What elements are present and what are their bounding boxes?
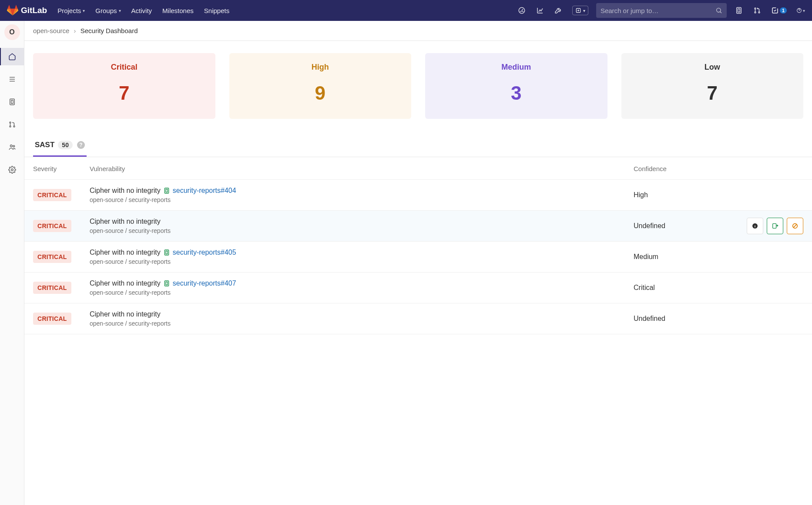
- issue-icon: [163, 280, 170, 287]
- dismiss-button[interactable]: [787, 218, 803, 234]
- card-high-value: 9: [234, 82, 407, 104]
- svg-rect-22: [164, 250, 168, 255]
- project-path: open-source / security-reports: [90, 258, 634, 265]
- table-row[interactable]: CRITICALCipher with no integritysecurity…: [24, 273, 812, 303]
- navbar-right: 1 ▾: [735, 6, 805, 15]
- svg-point-15: [13, 145, 14, 147]
- help-icon[interactable]: ?: [77, 141, 85, 149]
- svg-rect-4: [738, 9, 740, 12]
- nav-snippets[interactable]: Snippets: [204, 7, 229, 14]
- confidence-value: High: [634, 191, 648, 199]
- chevron-down-icon: ▾: [83, 8, 85, 13]
- sidebar-security-dashboard[interactable]: [0, 48, 24, 65]
- dashboard-icon[interactable]: [517, 6, 526, 15]
- sidebar-members[interactable]: [1, 138, 23, 156]
- svg-rect-10: [11, 100, 13, 104]
- breadcrumb-group[interactable]: open-source: [33, 27, 69, 34]
- table-row[interactable]: CRITICALCipher with no integrityopen-sou…: [24, 303, 812, 334]
- vulnerability-title: Cipher with no integrity: [90, 187, 161, 195]
- table-row[interactable]: CRITICALCipher with no integritysecurity…: [24, 180, 812, 211]
- gitlab-logo[interactable]: GitLab: [7, 5, 47, 16]
- chart-icon[interactable]: [536, 6, 544, 15]
- todos-icon[interactable]: 1: [771, 7, 787, 14]
- confidence-value: Undefined: [634, 222, 665, 229]
- tab-sast[interactable]: SAST 50 ?: [33, 135, 87, 157]
- sidebar-settings[interactable]: [1, 161, 23, 178]
- gitlab-icon: [7, 5, 18, 16]
- issue-icon: [163, 187, 170, 194]
- svg-rect-3: [737, 7, 742, 13]
- svg-point-7: [758, 12, 760, 13]
- vulnerability-title: Cipher with no integrity: [90, 218, 161, 226]
- project-path: open-source / security-reports: [90, 227, 634, 234]
- card-medium-label: Medium: [429, 63, 603, 72]
- column-severity: Severity: [33, 165, 90, 172]
- plus-dropdown[interactable]: ▾: [572, 6, 588, 15]
- card-medium[interactable]: Medium 3: [425, 53, 607, 119]
- merge-request-icon[interactable]: [753, 6, 762, 15]
- table-row[interactable]: CRITICALCipher with no integritysecurity…: [24, 242, 812, 273]
- issue-link[interactable]: security-reports#407: [173, 279, 236, 287]
- main-content: open-source › Security Dashboard Critica…: [24, 21, 812, 505]
- group-avatar[interactable]: O: [4, 24, 20, 40]
- vulnerability-title: Cipher with no integrity: [90, 310, 161, 318]
- project-path: open-source / security-reports: [90, 196, 634, 203]
- card-medium-value: 3: [429, 82, 603, 104]
- card-high[interactable]: High 9: [229, 53, 412, 119]
- issue-link[interactable]: security-reports#404: [173, 187, 236, 195]
- top-navbar: GitLab Projects▾ Groups▾ Activity Milest…: [0, 0, 812, 21]
- chevron-down-icon: ▾: [583, 8, 585, 13]
- sidebar-merge-requests[interactable]: [1, 116, 23, 133]
- svg-point-12: [10, 126, 11, 127]
- nav-milestones[interactable]: Milestones: [162, 7, 194, 14]
- nav-projects[interactable]: Projects▾: [57, 7, 85, 14]
- confidence-value: Undefined: [634, 315, 665, 322]
- create-issue-button[interactable]: [767, 218, 783, 234]
- sidebar-epics[interactable]: [1, 71, 23, 88]
- more-info-button[interactable]: [747, 218, 763, 234]
- svg-point-5: [755, 8, 756, 9]
- home-shield-icon: [8, 53, 16, 61]
- report-tabs: SAST 50 ?: [24, 135, 812, 157]
- nav-groups[interactable]: Groups▾: [95, 7, 121, 14]
- severity-badge: CRITICAL: [33, 220, 71, 232]
- issue-icon: [163, 249, 170, 256]
- table-row[interactable]: CRITICALCipher with no integrityopen-sou…: [24, 211, 812, 242]
- breadcrumb-page: Security Dashboard: [81, 27, 138, 34]
- card-low[interactable]: Low 7: [621, 53, 804, 119]
- todo-count: 1: [780, 7, 787, 13]
- chevron-down-icon: ▾: [803, 8, 805, 13]
- check-icon: [771, 7, 779, 14]
- brand-name: GitLab: [21, 6, 47, 15]
- svg-point-13: [13, 126, 15, 127]
- plus-icon: [575, 7, 581, 13]
- issues-icon[interactable]: [735, 6, 743, 15]
- navbar-links: Projects▾ Groups▾ Activity Milestones Sn…: [57, 7, 229, 14]
- severity-badge: CRITICAL: [33, 251, 71, 263]
- confidence-value: Critical: [634, 284, 655, 291]
- severity-badge: CRITICAL: [33, 189, 71, 201]
- project-path: open-source / security-reports: [90, 289, 634, 296]
- svg-rect-23: [166, 251, 168, 254]
- nav-activity[interactable]: Activity: [131, 7, 152, 14]
- svg-point-14: [10, 145, 12, 147]
- help-icon: [796, 7, 802, 14]
- column-confidence: Confidence: [634, 165, 734, 172]
- wrench-icon[interactable]: [554, 6, 563, 15]
- help-dropdown[interactable]: ▾: [796, 6, 805, 15]
- card-critical[interactable]: Critical 7: [33, 53, 215, 119]
- global-search[interactable]: [596, 3, 727, 18]
- svg-rect-25: [166, 282, 168, 285]
- severity-badge: CRITICAL: [33, 313, 71, 325]
- svg-rect-17: [164, 188, 168, 193]
- sidebar-issues[interactable]: [1, 93, 23, 111]
- severity-badge: CRITICAL: [33, 282, 71, 294]
- search-input[interactable]: [601, 7, 715, 14]
- issues-icon: [8, 98, 16, 106]
- confidence-value: Medium: [634, 253, 658, 260]
- svg-rect-18: [166, 189, 168, 192]
- chevron-down-icon: ▾: [119, 8, 121, 13]
- card-critical-label: Critical: [37, 63, 211, 72]
- vulnerability-table-body: CRITICALCipher with no integritysecurity…: [24, 180, 812, 334]
- issue-link[interactable]: security-reports#405: [173, 249, 236, 256]
